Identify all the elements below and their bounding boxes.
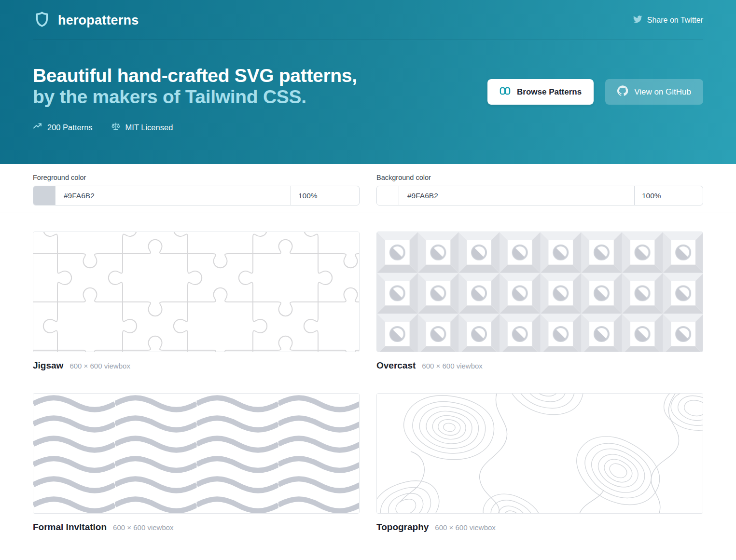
background-input-group — [376, 186, 703, 205]
pattern-tiles-icon — [500, 85, 511, 99]
scale-icon — [111, 122, 121, 133]
foreground-opacity-input[interactable] — [291, 186, 359, 205]
background-hex-input[interactable] — [399, 186, 634, 205]
foreground-hex-input[interactable] — [56, 186, 291, 205]
view-on-github-button[interactable]: View on GitHub — [605, 79, 703, 105]
trending-up-icon — [33, 122, 42, 133]
github-icon — [617, 85, 628, 98]
pattern-caption: Formal Invitation 600 × 600 viewbox — [33, 522, 360, 533]
share-on-twitter-link[interactable]: Share on Twitter — [633, 14, 703, 26]
pattern-viewbox: 600 × 600 viewbox — [113, 523, 174, 532]
license-label: MIT Licensed — [125, 123, 173, 132]
site-header: heropatterns Share on Twitter — [33, 0, 703, 40]
pattern-viewbox: 600 × 600 viewbox — [69, 362, 130, 370]
title-line-1: Beautiful hand-crafted SVG patterns, — [33, 65, 357, 86]
browse-patterns-label: Browse Patterns — [517, 87, 582, 97]
background-color-swatch[interactable] — [377, 186, 399, 205]
foreground-color-label: Foreground color — [33, 174, 360, 181]
twitter-icon — [633, 14, 642, 26]
brand-logo[interactable]: heropatterns — [33, 10, 139, 30]
pattern-card-jigsaw[interactable] — [33, 232, 360, 352]
page-title: Beautiful hand-crafted SVG patterns, by … — [33, 65, 357, 107]
background-color-label: Background color — [376, 174, 703, 181]
pattern-name: Formal Invitation — [33, 522, 107, 533]
hero-section: heropatterns Share on Twitter Beautiful … — [0, 0, 736, 164]
pattern-viewbox: 600 × 600 viewbox — [435, 523, 496, 532]
pattern-viewbox: 600 × 600 viewbox — [422, 362, 483, 370]
background-color-control: Background color — [376, 174, 703, 205]
patterns-count-label: 200 Patterns — [47, 123, 93, 132]
background-opacity-input[interactable] — [635, 186, 703, 205]
pattern-item-overcast: Overcast 600 × 600 viewbox — [376, 232, 703, 371]
pattern-name: Jigsaw — [33, 360, 63, 371]
background-opacity-cell — [634, 186, 703, 205]
foreground-input-group — [33, 186, 360, 205]
hero-main: Beautiful hand-crafted SVG patterns, by … — [33, 40, 703, 133]
pattern-name: Overcast — [376, 360, 416, 371]
foreground-opacity-cell — [291, 186, 359, 205]
title-line-2: by the makers of Tailwind CSS. — [33, 86, 306, 107]
pattern-card-overcast[interactable] — [376, 232, 703, 352]
pattern-caption: Overcast 600 × 600 viewbox — [376, 360, 703, 371]
patterns-count-stat: 200 Patterns — [33, 122, 93, 133]
pattern-item-jigsaw: Jigsaw 600 × 600 viewbox — [33, 232, 360, 371]
pattern-item-topography: Topography 600 × 600 viewbox — [376, 393, 703, 533]
browse-patterns-button[interactable]: Browse Patterns — [487, 79, 594, 105]
license-stat: MIT Licensed — [111, 122, 173, 133]
view-on-github-label: View on GitHub — [634, 87, 691, 97]
hero-stats: 200 Patterns MIT Licensed — [33, 122, 357, 133]
pattern-card-topography[interactable] — [376, 393, 703, 514]
pattern-name: Topography — [376, 522, 429, 533]
color-controls: Foreground color Background color — [0, 164, 736, 213]
pattern-card-formal-invitation[interactable] — [33, 393, 360, 514]
foreground-color-control: Foreground color — [33, 174, 360, 205]
hero-cta: Browse Patterns View on GitHub — [487, 79, 703, 105]
foreground-color-swatch[interactable] — [33, 186, 56, 205]
share-label: Share on Twitter — [647, 16, 703, 25]
pattern-item-formal-invitation: Formal Invitation 600 × 600 viewbox — [33, 393, 360, 533]
brand-name: heropatterns — [58, 13, 139, 28]
shield-icon — [33, 10, 51, 30]
pattern-caption: Topography 600 × 600 viewbox — [376, 522, 703, 533]
pattern-grid: Jigsaw 600 × 600 viewbox — [0, 213, 736, 533]
pattern-caption: Jigsaw 600 × 600 viewbox — [33, 360, 360, 371]
